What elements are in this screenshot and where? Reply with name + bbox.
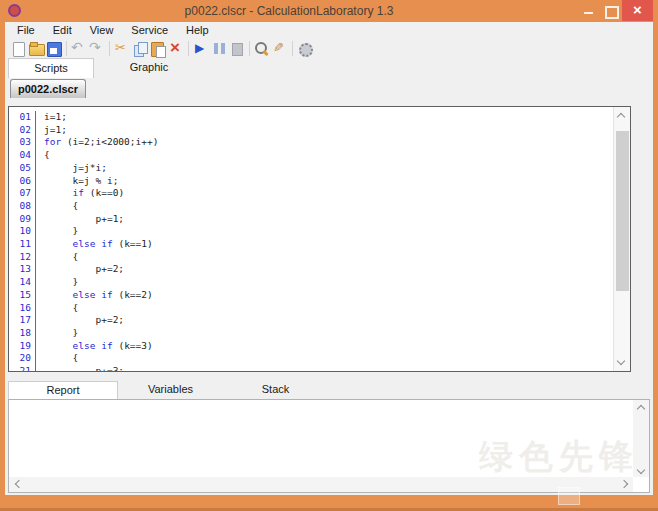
gutter-divider <box>35 314 36 327</box>
scrollbar-thumb[interactable] <box>616 131 629 291</box>
gutter-divider <box>35 187 36 200</box>
code-token: p+=2; <box>44 263 124 274</box>
code-text: { <box>44 352 78 365</box>
code-token: (k==3) <box>113 340 153 351</box>
open-file-icon[interactable] <box>27 40 45 57</box>
save-icon[interactable] <box>45 40 63 57</box>
menu-item-file[interactable]: File <box>8 22 44 39</box>
gutter-divider <box>35 289 36 302</box>
code-line: 15 else if (k==2) <box>9 289 613 302</box>
line-number: 17 <box>9 314 35 327</box>
code-line: 13 p+=2; <box>9 263 613 276</box>
code-token: p+=2; <box>44 314 124 325</box>
code-line: 05 j=j*i; <box>9 162 613 175</box>
code-line: 08 { <box>9 200 613 213</box>
new-file-icon[interactable] <box>9 40 27 57</box>
find-icon[interactable] <box>253 40 271 57</box>
line-number: 03 <box>9 136 35 149</box>
tab-scripts[interactable]: Scripts <box>8 58 94 78</box>
scroll-up-icon[interactable] <box>638 404 645 411</box>
menu-item-help[interactable]: Help <box>177 22 218 39</box>
panel-horizontal-scrollbar[interactable] <box>9 477 633 492</box>
panel-vertical-scrollbar[interactable] <box>633 400 649 477</box>
code-text: else if (k==1) <box>44 238 153 251</box>
gutter-divider <box>35 225 36 238</box>
tab-variables[interactable]: Variables <box>118 381 223 399</box>
edit-formula-icon[interactable] <box>271 40 289 57</box>
report-panel[interactable]: 绿色先锋 <box>8 399 650 493</box>
settings-icon[interactable] <box>296 40 314 57</box>
gutter-divider <box>35 365 36 371</box>
menu-item-edit[interactable]: Edit <box>44 22 81 39</box>
scroll-left-icon[interactable] <box>14 481 21 488</box>
scroll-up-icon[interactable] <box>618 112 625 119</box>
editor-vertical-scrollbar[interactable] <box>613 107 630 371</box>
tab-stack[interactable]: Stack <box>223 381 328 399</box>
maximize-button[interactable] <box>600 0 622 21</box>
gutter-divider <box>35 340 36 353</box>
document-tab[interactable]: p0022.clscr <box>10 79 86 98</box>
code-token: { <box>44 200 78 211</box>
minimize-button[interactable] <box>578 0 600 21</box>
gutter-divider <box>35 162 36 175</box>
copy-icon[interactable] <box>131 40 149 57</box>
code-editor[interactable]: 01i=1;02j=1;03for (i=2;i<2000;i++)04{05 … <box>8 106 631 372</box>
code-token <box>44 238 73 249</box>
code-text: p+=2; <box>44 314 124 327</box>
menu-item-service[interactable]: Service <box>122 22 177 39</box>
code-token <box>44 289 73 300</box>
watermark-text: 绿色先锋 <box>479 434 639 480</box>
app-window: p0022.clscr - CalculationLaboratory 1.3 … <box>0 0 658 511</box>
line-number: 08 <box>9 200 35 213</box>
line-number: 21 <box>9 365 35 371</box>
gutter-divider <box>35 327 36 340</box>
window-title: p0022.clscr - CalculationLaboratory 1.3 <box>0 0 578 22</box>
gutter-divider <box>35 302 36 315</box>
close-button[interactable] <box>622 0 653 21</box>
toolbar-separator <box>66 41 67 56</box>
line-number: 16 <box>9 302 35 315</box>
code-text: i=1; <box>44 111 67 124</box>
stop-icon[interactable] <box>228 40 246 57</box>
keyword: if <box>73 187 84 198</box>
gutter-divider <box>35 276 36 289</box>
code-text: j=j*i; <box>44 162 107 175</box>
line-number: 06 <box>9 175 35 188</box>
code-token: { <box>44 302 78 313</box>
code-text: if (k==0) <box>44 187 124 200</box>
redo-icon[interactable] <box>88 40 106 57</box>
code-text: } <box>44 276 78 289</box>
code-line: 02j=1; <box>9 124 613 137</box>
code-token: (k==1) <box>113 238 153 249</box>
code-line: 16 { <box>9 302 613 315</box>
code-text: { <box>44 251 78 264</box>
tab-graphic[interactable]: Graphic <box>94 58 204 78</box>
run-icon[interactable] <box>192 40 210 57</box>
gutter-divider <box>35 352 36 365</box>
code-token: { <box>44 149 50 160</box>
tab-report[interactable]: Report <box>8 381 118 399</box>
paste-icon[interactable] <box>149 40 167 57</box>
scroll-down-icon[interactable] <box>638 468 645 475</box>
code-text: j=1; <box>44 124 67 137</box>
scroll-down-icon[interactable] <box>618 359 625 366</box>
view-tabs: ScriptsGraphic <box>8 58 204 78</box>
line-number: 12 <box>9 251 35 264</box>
pause-icon[interactable] <box>210 40 228 57</box>
code-text: k=j % i; <box>44 175 118 188</box>
code-token: j=1; <box>44 124 67 135</box>
menu-bar: FileEditViewServiceHelp <box>5 22 653 39</box>
scroll-right-icon[interactable] <box>622 481 629 488</box>
keyword: else <box>73 340 96 351</box>
menu-item-view[interactable]: View <box>81 22 123 39</box>
code-line: 17 p+=2; <box>9 314 613 327</box>
line-number: 04 <box>9 149 35 162</box>
cut-icon[interactable] <box>113 40 131 57</box>
keyword: if <box>101 289 112 300</box>
delete-icon[interactable] <box>167 40 185 57</box>
window-border-right <box>653 22 658 511</box>
undo-icon[interactable] <box>70 40 88 57</box>
line-number: 02 <box>9 124 35 137</box>
code-token: } <box>44 327 78 338</box>
line-number: 11 <box>9 238 35 251</box>
